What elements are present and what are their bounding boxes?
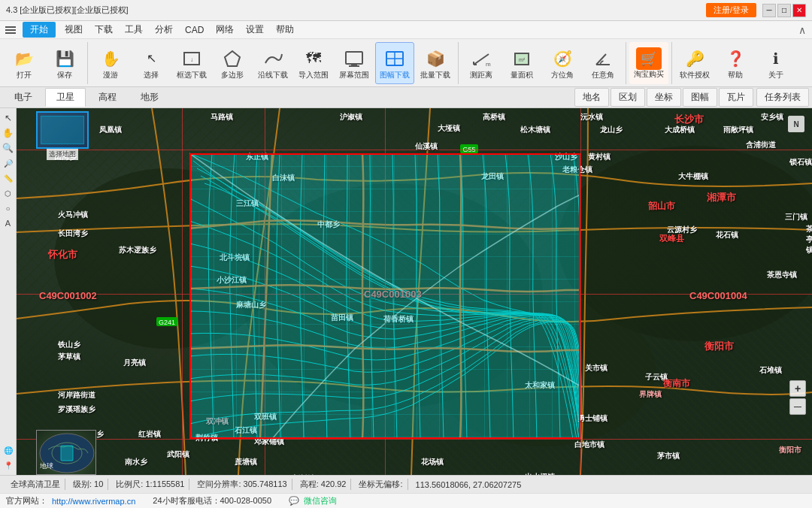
menu-item-help[interactable]: 帮助 <box>270 22 300 38</box>
label-zhetang: 蔗塘镇 <box>235 457 257 467</box>
statusbar: 全球高清卫星 级别: 10 比例尺: 1:1155581 空间分辨率: 305.… <box>0 475 812 493</box>
label-longshan: 龙山乡 <box>600 125 623 135</box>
label-yuanshui: 沅水镇 <box>580 112 603 122</box>
about-button[interactable]: ℹ 关于 <box>756 42 795 84</box>
maximize-button[interactable]: □ <box>777 4 791 17</box>
polygon-button[interactable]: 多边形 <box>213 42 252 84</box>
task-list-button[interactable]: 任务列表 <box>756 88 809 107</box>
shop-icon: 🛒 <box>636 47 662 70</box>
wechat-label[interactable]: 微信咨询 <box>304 495 337 506</box>
left-tool-zoom-in[interactable]: 🔍 <box>2 141 15 155</box>
angle-button[interactable]: 任意角 <box>583 42 623 84</box>
line-download-icon <box>261 47 285 71</box>
close-button[interactable]: ✕ <box>792 4 806 17</box>
start-button[interactable]: 开始 <box>23 22 56 38</box>
tile-download-icon: ↓ <box>383 47 407 71</box>
measure-area-button[interactable]: m² 量面积 <box>502 42 541 84</box>
rect-download-button[interactable]: ↓ 框选下载 <box>172 42 211 84</box>
license-button[interactable]: 🔑 软件授权 <box>675 42 714 84</box>
save-icon: 💾 <box>53 47 77 71</box>
left-tool-circle[interactable]: ○ <box>2 201 15 215</box>
left-tool-measure[interactable]: 📏 <box>2 171 15 185</box>
label-huomachong: 火马冲镇 <box>58 210 88 220</box>
left-tool-arrow[interactable]: ↖ <box>2 111 15 125</box>
select-icon: ↖ <box>139 47 163 71</box>
zoom-out-button[interactable]: ─ <box>789 398 806 415</box>
left-tool-layer[interactable]: 🌐 <box>2 443 15 457</box>
tab-electronic[interactable]: 电子 <box>3 88 44 107</box>
label-fenghuang: 凤凰镇 <box>99 125 122 135</box>
tab-mapframe[interactable]: 图幅 <box>683 88 717 107</box>
website-link[interactable]: http://www.rivermap.cn <box>52 497 135 506</box>
label-shaoshan: 韶山市 <box>648 200 675 213</box>
label-shuangban: 双班镇 <box>254 412 277 422</box>
tab-coordinates[interactable]: 坐标 <box>647 88 681 107</box>
zoom-controls: + ─ <box>789 380 806 415</box>
bearing-button[interactable]: 🧭 方位角 <box>543 42 582 84</box>
label-changtianwan: 长田湾乡 <box>58 228 88 239</box>
menu-item-settings[interactable]: 设置 <box>240 22 270 38</box>
terrain-texture <box>17 108 812 475</box>
left-tool-polygon[interactable]: ⬡ <box>2 186 15 200</box>
screen-range-button[interactable]: 屏幕范围 <box>335 42 374 84</box>
label-miaotian: 苗田镇 <box>331 313 353 323</box>
toolbar: 📂 打开 💾 保存 ✋ 漫游 ↖ 选择 ↓ 框选下载 多边形 <box>0 39 812 87</box>
zoom-in-button[interactable]: + <box>789 380 806 397</box>
left-tool-text[interactable]: A <box>2 216 15 230</box>
label-ziyun: 子云镇 <box>645 372 668 383</box>
label-chushuiping: 出水坪镇 <box>525 472 555 475</box>
pan-button[interactable]: ✋ 漫游 <box>91 42 130 84</box>
tab-division[interactable]: 区划 <box>611 88 645 107</box>
collapse-button[interactable]: ∧ <box>795 24 809 36</box>
menu-item-download[interactable]: 下载 <box>89 22 119 38</box>
label-guanshi: 关市镇 <box>585 363 607 373</box>
left-toolbar: ↖ ✋ 🔍 🔎 📏 ⬡ ○ A 🌐 📍 <box>0 108 17 475</box>
shop-button[interactable]: 🛒 淘宝购买 <box>629 42 668 84</box>
svg-point-21 <box>430 296 656 446</box>
menu-item-analysis[interactable]: 分析 <box>149 22 179 38</box>
line-download-button[interactable]: 沿线下载 <box>253 42 292 84</box>
menu-item-network[interactable]: 网络 <box>210 22 240 38</box>
select-button[interactable]: ↖ 选择 <box>132 42 171 84</box>
help-button[interactable]: ❓ 帮助 <box>716 42 755 84</box>
label-huashi: 花石镇 <box>716 230 738 240</box>
measure-distance-button[interactable]: m 测距离 <box>462 42 501 84</box>
tab-placename[interactable]: 地名 <box>574 88 609 107</box>
left-tool-gps[interactable]: 📍 <box>2 458 15 472</box>
menu-item-tools[interactable]: 工具 <box>119 22 149 38</box>
hamburger-menu[interactable] <box>3 23 18 38</box>
tab-elevation[interactable]: 高程 <box>87 88 128 107</box>
save-button[interactable]: 💾 保存 <box>45 42 84 84</box>
svg-point-20 <box>558 146 812 341</box>
support-label: 24小时客服电话：400-028-0050 <box>153 495 271 506</box>
map-canvas[interactable]: G55 G241 马路镇 沪溆镇 高桥镇 沅水镇 长沙市 安乡镇 <box>17 108 812 475</box>
tile-grid <box>191 155 579 437</box>
tab-tiles[interactable]: 瓦片 <box>719 88 753 107</box>
open-button[interactable]: 📂 打开 <box>5 42 44 84</box>
left-tool-pan[interactable]: ✋ <box>2 126 15 140</box>
batch-download-button[interactable]: 📦 批量下载 <box>416 42 455 84</box>
label-huaihua: 怀化市 <box>48 248 77 262</box>
grid-vline-1 <box>182 108 183 475</box>
tile-selection-box <box>189 153 580 439</box>
status-level: 级别: 10 <box>68 479 108 490</box>
tab-terrain[interactable]: 地形 <box>129 88 170 107</box>
label-sumuzu: 苏木逻族乡 <box>119 245 156 256</box>
import-range-button[interactable]: 🗺 导入范围 <box>294 42 333 84</box>
screen-range-label: 屏幕范围 <box>339 71 369 80</box>
left-tool-zoom-out[interactable]: 🔎 <box>2 156 15 170</box>
register-login-button[interactable]: 注册/登录 <box>706 3 756 17</box>
tile-download-button[interactable]: ↓ 图幅下载 <box>375 42 414 84</box>
label-shuangchong: 双冲镇 <box>206 416 229 427</box>
minimize-button[interactable]: ─ <box>762 4 776 17</box>
label-shashan: 沙山乡 <box>555 152 577 162</box>
menu-item-view[interactable]: 视图 <box>59 22 89 38</box>
menu-item-cad[interactable]: CAD <box>179 23 210 37</box>
label-tieshan: 铁山乡 <box>58 340 80 350</box>
website-label: 官方网站： <box>6 495 47 506</box>
tab-satellite[interactable]: 卫星 <box>45 88 86 107</box>
label-sanjiang: 三江镇 <box>236 198 259 209</box>
app-title: 4.3 [企业版已授权][企业版已授权] <box>6 5 129 16</box>
label-huxuzhen: 沪溆镇 <box>340 112 362 122</box>
label-maluzhen: 马路镇 <box>211 112 233 122</box>
